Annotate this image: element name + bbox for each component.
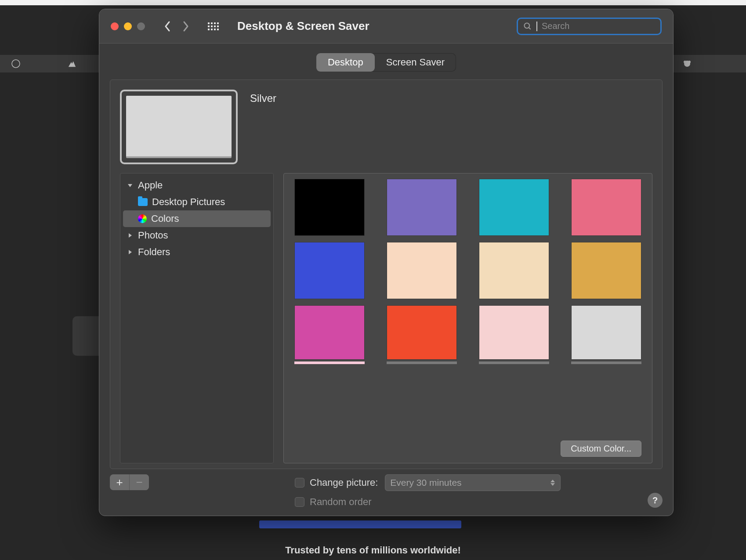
tree-label: Colors <box>151 213 179 224</box>
folder-icon <box>138 198 148 206</box>
svg-marker-8 <box>129 250 132 254</box>
color-swatch[interactable] <box>387 242 457 299</box>
help-button[interactable]: ? <box>648 493 663 508</box>
desktop-preview-inner <box>126 96 232 158</box>
stepper-icon <box>550 479 555 486</box>
swatch-strip[interactable] <box>387 361 457 364</box>
backdrop-tab-icon <box>681 58 693 70</box>
color-swatch[interactable] <box>479 242 549 299</box>
color-swatch[interactable] <box>387 179 457 236</box>
color-swatch[interactable] <box>294 179 365 236</box>
swatch-grid <box>294 179 641 360</box>
browser-chrome-top <box>0 0 746 5</box>
tree-label: Apple <box>138 180 163 191</box>
current-color-name: Silver <box>250 92 276 105</box>
tree-item-colors[interactable]: Colors <box>123 210 271 227</box>
swatch-strip[interactable] <box>294 361 365 364</box>
svg-marker-10 <box>550 483 555 486</box>
tree-item-folders[interactable]: Folders <box>123 244 271 260</box>
tree-label: Desktop Pictures <box>152 196 225 208</box>
swatch-panel: Custom Color... <box>283 173 652 463</box>
change-picture-interval-dropdown[interactable]: Every 30 minutes <box>385 474 561 491</box>
remove-folder-button[interactable]: − <box>130 474 149 490</box>
titlebar: Desktop & Screen Saver <box>99 9 673 43</box>
content-frame: Silver Apple Desktop Pictures Colors <box>110 79 663 469</box>
swatch-strip[interactable] <box>479 361 549 364</box>
swatch-strip[interactable] <box>571 361 641 364</box>
text-caret <box>536 22 537 31</box>
minimize-button[interactable] <box>124 22 132 30</box>
svg-line-5 <box>529 27 531 29</box>
tree-item-photos[interactable]: Photos <box>123 227 271 244</box>
preview-row: Silver <box>120 90 652 164</box>
color-swatch[interactable] <box>571 305 641 360</box>
color-swatch[interactable] <box>479 305 549 360</box>
swatch-scroll[interactable] <box>284 173 652 436</box>
chevron-down-icon <box>127 182 134 189</box>
random-order-checkbox[interactable] <box>295 497 304 507</box>
backdrop-tab-icon <box>66 58 78 70</box>
split-view: Apple Desktop Pictures Colors Photos <box>120 173 652 463</box>
nav-arrows <box>161 20 192 33</box>
color-swatch[interactable] <box>294 305 365 360</box>
add-remove-group: + − <box>110 474 149 490</box>
tree-label: Photos <box>138 230 168 241</box>
dropdown-value: Every 30 minutes <box>390 477 461 488</box>
zoom-button[interactable] <box>137 22 145 30</box>
forward-button[interactable] <box>179 20 192 33</box>
svg-marker-6 <box>128 184 132 187</box>
tab-bar: Desktop Screen Saver <box>99 43 673 72</box>
svg-point-2 <box>684 61 686 63</box>
chevron-right-icon <box>127 249 134 256</box>
color-swatch[interactable] <box>479 179 549 236</box>
close-button[interactable] <box>111 22 119 30</box>
tree-label: Folders <box>138 246 170 258</box>
color-swatch[interactable] <box>294 242 365 299</box>
backdrop-tab-icon <box>10 58 22 70</box>
traffic-lights <box>111 22 145 30</box>
source-list: Apple Desktop Pictures Colors Photos <box>120 173 274 463</box>
change-picture-checkbox[interactable] <box>295 478 304 488</box>
svg-marker-9 <box>550 480 555 482</box>
backdrop-tagline: Trusted by tens of millions worldwide! <box>0 545 746 556</box>
show-all-button[interactable] <box>206 20 220 33</box>
desktop-preview-thumbnail <box>120 90 238 164</box>
preferences-window: Desktop & Screen Saver Desktop Screen Sa… <box>99 9 674 516</box>
search-input[interactable] <box>542 21 655 31</box>
custom-color-button[interactable]: Custom Color... <box>561 441 641 457</box>
window-title: Desktop & Screen Saver <box>237 19 369 33</box>
search-field[interactable] <box>517 18 662 35</box>
swatch-strip-row <box>294 361 641 364</box>
change-picture-label: Change picture: <box>310 477 378 488</box>
svg-marker-7 <box>129 233 132 238</box>
svg-point-4 <box>525 23 530 28</box>
back-button[interactable] <box>161 20 174 33</box>
bottom-controls: + − Change picture: Every 30 minutes Ran… <box>99 469 673 516</box>
color-swatch[interactable] <box>387 305 457 360</box>
random-order-label: Random order <box>310 496 372 508</box>
color-swatch[interactable] <box>571 179 641 236</box>
tab-screen-saver[interactable]: Screen Saver <box>375 53 456 72</box>
chevron-right-icon <box>127 232 134 239</box>
color-swatch[interactable] <box>571 242 641 299</box>
backdrop-cta-bar <box>259 520 461 528</box>
svg-point-0 <box>12 60 20 68</box>
tree-item-apple[interactable]: Apple <box>123 177 271 194</box>
svg-point-3 <box>688 61 691 63</box>
add-folder-button[interactable]: + <box>110 474 129 490</box>
tab-desktop[interactable]: Desktop <box>316 53 375 72</box>
tree-item-desktop-pictures[interactable]: Desktop Pictures <box>123 194 271 210</box>
color-wheel-icon <box>138 214 147 223</box>
